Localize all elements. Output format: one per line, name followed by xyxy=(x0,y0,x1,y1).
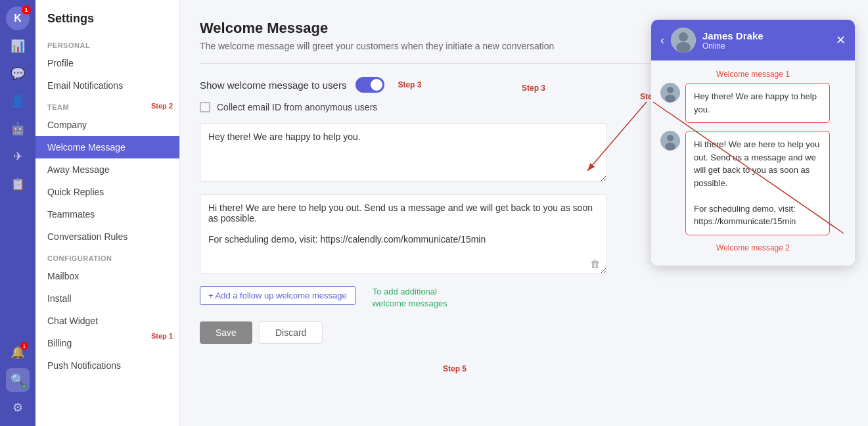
chat-msg-row-2: Hi there! We are here to help you out. S… xyxy=(660,131,846,235)
sidebar-item-email-notifications[interactable]: Email Notifications xyxy=(35,74,179,97)
chat-preview-widget: ‹ James Drake Online ✕ Welcome message 1 xyxy=(651,20,855,266)
svg-point-8 xyxy=(665,143,675,151)
chat-msg-row-1: Hey there! We are happy to help you. xyxy=(660,83,846,123)
chat-preview-body: Welcome message 1 Hey there! We are happ… xyxy=(651,60,855,266)
settings-icon[interactable]: ⚙ xyxy=(6,396,30,419)
chat-icon[interactable]: 💬 xyxy=(6,62,30,85)
main-content: Welcome Message The welcome message will… xyxy=(180,0,868,426)
sidebar-item-profile[interactable]: Profile xyxy=(35,52,179,74)
search-icon[interactable]: 🔍 xyxy=(6,368,30,392)
collect-email-label: Collect email ID from anonymous users xyxy=(217,102,377,112)
step1-annotation: Step 1 xyxy=(151,332,173,340)
message2-textarea[interactable]: Hi there! We are here to help you out. S… xyxy=(200,194,607,274)
agent-avatar xyxy=(671,28,696,53)
section-label-personal: PERSONAL xyxy=(35,35,179,52)
chat-agent-avatar-2 xyxy=(660,131,680,151)
chat-close-icon[interactable]: ✕ xyxy=(836,33,846,47)
svg-point-2 xyxy=(676,42,691,53)
sidebar-item-away-message[interactable]: Away Message xyxy=(35,158,179,181)
step2-annotation: Step 2 xyxy=(151,102,173,110)
user-icon[interactable]: 👤 xyxy=(6,89,30,113)
message1-textarea[interactable]: Hey there! We are happy to help you. xyxy=(200,123,607,182)
reports-icon[interactable]: 📋 xyxy=(6,172,30,196)
notification-icon[interactable]: 🔔 1 xyxy=(6,341,30,364)
sidebar-item-teammates[interactable]: Teammates xyxy=(35,203,179,225)
show-welcome-label: Show welcome message to users xyxy=(200,80,346,91)
chat-back-icon[interactable]: ‹ xyxy=(660,34,664,47)
sidebar-item-welcome-message[interactable]: Welcome Message xyxy=(35,136,179,158)
agent-name: James Drake xyxy=(702,30,829,41)
svg-point-1 xyxy=(679,32,688,41)
agent-info: James Drake Online xyxy=(702,30,829,51)
chat-agent-avatar-1 xyxy=(660,83,680,103)
svg-point-5 xyxy=(665,95,675,103)
sidebar: Settings PERSONAL Profile Email Notifica… xyxy=(35,0,180,426)
trash-icon[interactable]: 🗑 xyxy=(590,258,601,270)
notification-badge: 1 xyxy=(20,342,28,350)
section-label-configuration: CONFIGURATION xyxy=(35,248,179,265)
step3-annotation: Step 3 xyxy=(398,80,421,89)
sidebar-item-push-notifications[interactable]: Push Notifications xyxy=(35,354,179,377)
sidebar-item-billing[interactable]: Billing Step 1 xyxy=(35,332,179,354)
chat-bubble-1: Hey there! We are happy to help you. xyxy=(685,83,830,123)
svg-point-4 xyxy=(667,87,674,93)
message2-wrapper: Hi there! We are here to help you out. S… xyxy=(200,194,607,277)
sidebar-item-quick-replies[interactable]: Quick Replies xyxy=(35,181,179,203)
chat-bubble-2: Hi there! We are here to help you out. S… xyxy=(685,131,830,235)
sidebar-item-mailbox[interactable]: Mailbox xyxy=(35,265,179,287)
sidebar-title: Settings xyxy=(35,0,179,35)
logo-badge: 1 xyxy=(22,5,31,14)
collect-email-checkbox[interactable] xyxy=(200,102,210,112)
add-followup-hint: To add additionalwelcome messages xyxy=(373,286,447,310)
sidebar-item-install[interactable]: Install xyxy=(35,287,179,310)
save-button[interactable]: Save xyxy=(200,321,252,344)
sidebar-item-conversation-rules[interactable]: Conversation Rules xyxy=(35,225,179,248)
add-followup-row: + Add a follow up welcome message To add… xyxy=(200,286,848,310)
discard-button[interactable]: Discard xyxy=(259,321,323,344)
step5-label: Step 5 xyxy=(443,364,467,373)
chart-icon[interactable]: 📊 xyxy=(6,34,30,58)
chat-preview-header: ‹ James Drake Online ✕ xyxy=(651,20,855,60)
app-logo[interactable]: K 1 xyxy=(6,7,30,30)
welcome-msg2-label: Welcome message 2 xyxy=(660,243,846,252)
icon-bar: K 1 📊 💬 👤 🤖 ✈ 📋 🔔 1 🔍 ⚙ xyxy=(0,0,35,426)
status-dot xyxy=(22,384,27,389)
bot-icon[interactable]: 🤖 xyxy=(6,117,30,141)
plane-icon[interactable]: ✈ xyxy=(6,145,30,168)
add-followup-button[interactable]: + Add a follow up welcome message xyxy=(200,286,355,305)
toggle-knob xyxy=(371,79,382,91)
agent-status: Online xyxy=(702,41,829,51)
button-row: Save Discard xyxy=(200,321,848,344)
svg-point-7 xyxy=(667,135,674,141)
sidebar-item-chat-widget[interactable]: Chat Widget xyxy=(35,310,179,332)
sidebar-item-company[interactable]: Company Step 2 xyxy=(35,114,179,136)
welcome-toggle[interactable] xyxy=(355,77,384,93)
welcome-msg1-label: Welcome message 1 xyxy=(660,70,846,79)
